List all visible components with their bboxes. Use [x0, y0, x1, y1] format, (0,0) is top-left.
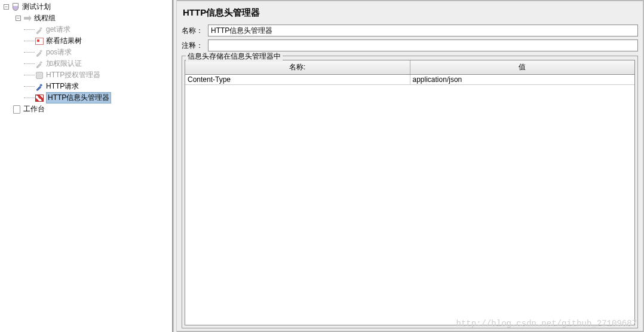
table-body[interactable]: Content-Type application/json	[185, 75, 634, 325]
tree-node-testplan[interactable]: − 测试计划	[0, 1, 172, 13]
col-value[interactable]: 值	[410, 60, 635, 74]
content-panel: HTTP信息头管理器 名称： 注释： 信息头存储在信息头管理器中 名称: 值 C…	[177, 0, 644, 332]
tree-item-label: HTTP授权管理器	[46, 70, 100, 80]
collapse-icon[interactable]: −	[16, 16, 21, 21]
cell-value[interactable]: application/json	[410, 75, 635, 84]
collapse-icon[interactable]: −	[4, 4, 9, 10]
tree-item-label: 察看结果树	[46, 36, 82, 46]
name-label: 名称：	[182, 26, 208, 36]
tree-item-httprequest[interactable]: HTTP请求	[0, 81, 172, 92]
tree-item-pos[interactable]: pos请求	[0, 47, 172, 58]
dropper-icon	[35, 25, 44, 35]
workbench-icon	[12, 105, 22, 114]
dropper-icon	[35, 82, 44, 92]
headers-fieldset: 信息头存储在信息头管理器中 名称: 值 Content-Type applica…	[182, 56, 638, 328]
tree-label-threadgroup: 线程组	[34, 13, 56, 23]
table-header: 名称: 值	[185, 60, 634, 75]
result-tree-icon	[35, 36, 44, 46]
headers-icon	[35, 93, 44, 103]
tree-label-testplan: 测试计划	[22, 2, 51, 12]
tree-panel: − 测试计划 − 线程组 get请求 察看结果树	[0, 0, 173, 332]
comment-input[interactable]	[208, 39, 638, 51]
tree-node-threadgroup[interactable]: − 线程组	[0, 13, 172, 24]
tree-label-workbench: 工作台	[23, 104, 45, 114]
name-input[interactable]	[208, 25, 638, 36]
tree-node-workbench[interactable]: 工作台	[0, 103, 172, 115]
tree-item-resulttree[interactable]: 察看结果树	[0, 35, 172, 47]
tree-item-label: get请求	[46, 25, 70, 35]
col-name[interactable]: 名称:	[185, 60, 410, 74]
tree-item-headermgr[interactable]: HTTP信息头管理器	[0, 92, 172, 103]
fieldset-legend: 信息头存储在信息头管理器中	[186, 51, 283, 62]
dropper-icon	[35, 59, 44, 69]
table-row[interactable]: Content-Type application/json	[185, 75, 634, 85]
tree-item-label: HTTP信息头管理器	[46, 92, 111, 103]
tree-item-label: 加权限认证	[46, 59, 82, 69]
headers-table[interactable]: 名称: 值 Content-Type application/json	[185, 60, 635, 325]
dropper-icon	[35, 48, 44, 57]
comment-row: 注释：	[182, 39, 638, 51]
panel-title: HTTP信息头管理器	[182, 4, 638, 25]
tree-item-auth[interactable]: 加权限认证	[0, 58, 172, 69]
cell-name[interactable]: Content-Type	[185, 75, 410, 84]
threadgroup-icon	[23, 14, 32, 23]
lock-icon	[35, 71, 44, 80]
tree-item-authmgr[interactable]: HTTP授权管理器	[0, 69, 172, 81]
tree-item-get[interactable]: get请求	[0, 24, 172, 35]
flask-icon	[11, 2, 20, 12]
tree-item-label: HTTP请求	[46, 81, 79, 92]
name-row: 名称：	[182, 25, 638, 36]
tree-item-label: pos请求	[46, 47, 72, 57]
comment-label: 注释：	[182, 41, 208, 51]
